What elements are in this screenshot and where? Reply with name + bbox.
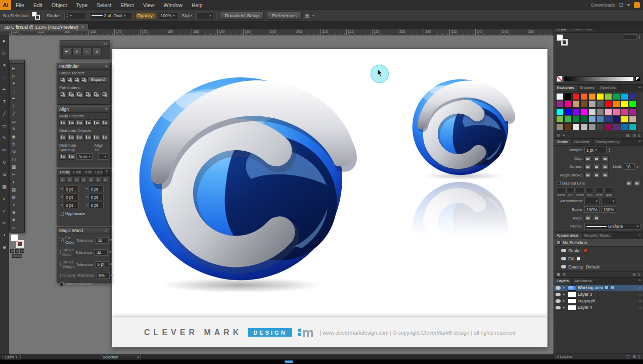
- app-badge-icon[interactable]: [634, 2, 640, 8]
- align-vertical-center-button[interactable]: [93, 119, 100, 126]
- menu-help[interactable]: Help: [187, 0, 207, 10]
- selection-tool-icon[interactable]: ►: [10, 64, 17, 72]
- color-swatch[interactable]: [621, 93, 628, 100]
- pen-tool-icon[interactable]: ✒: [10, 95, 17, 102]
- pathfinder-merge-button[interactable]: [76, 91, 83, 98]
- layer-name[interactable]: Layer 4: [578, 305, 592, 310]
- menu-object[interactable]: Object: [47, 0, 71, 10]
- logo-artwork-small[interactable]: [408, 72, 517, 180]
- layer-target-icon[interactable]: ○: [639, 292, 641, 297]
- graph-tool-icon[interactable]: ▤: [10, 186, 17, 193]
- scissors-tool-icon[interactable]: ✂: [1, 219, 9, 227]
- gradient-mode-button[interactable]: [15, 249, 19, 253]
- scale-end-field[interactable]: 100%: [601, 206, 616, 213]
- tab-brushes[interactable]: Brushes: [577, 85, 598, 91]
- tab-transparency[interactable]: Transparency: [592, 139, 623, 145]
- lasso-tool-icon[interactable]: ◌: [1, 73, 9, 81]
- expand-layer-icon[interactable]: ▸: [562, 299, 566, 303]
- panel-menu-icon[interactable]: ≡: [636, 85, 643, 91]
- distribute-vertical-center-button[interactable]: [68, 134, 75, 141]
- color-swatch[interactable]: [613, 116, 620, 123]
- gradient-tool-icon[interactable]: ◐: [10, 178, 17, 186]
- zoom-tool-icon[interactable]: ⊕: [10, 208, 17, 216]
- color-swatch[interactable]: [629, 108, 636, 115]
- expand-layer-icon[interactable]: ▸: [562, 286, 566, 290]
- swatch-kind-icon[interactable]: ≡: [563, 133, 565, 138]
- align-vertical-top-button[interactable]: [84, 119, 92, 126]
- color-swatch[interactable]: [629, 93, 636, 100]
- convert-anchor-tool-icon[interactable]: ∧: [93, 48, 102, 55]
- stepper-icon[interactable]: ▲▼: [638, 34, 640, 39]
- blob-brush-tool-icon[interactable]: ◉: [10, 132, 17, 140]
- panel-menu-icon[interactable]: ≡: [636, 139, 643, 145]
- color-swatch[interactable]: [588, 116, 596, 123]
- swatch-options-icon[interactable]: ▤: [626, 133, 630, 138]
- opacity-checkbox[interactable]: [60, 274, 61, 278]
- fill-stroke-proxy[interactable]: [32, 12, 40, 20]
- weight-field[interactable]: 1 pt▾: [584, 147, 607, 153]
- none-mode-button[interactable]: [20, 249, 24, 253]
- align-horizontal-right-button[interactable]: [76, 119, 83, 126]
- perspective-grid-tool-icon[interactable]: ❖: [10, 216, 17, 223]
- align-vertical-bottom-button[interactable]: [101, 119, 109, 126]
- tab-openty[interactable]: OpenTy: [93, 169, 104, 175]
- butt-cap-button[interactable]: [584, 155, 591, 161]
- paragraph-align-left-button[interactable]: ≡: [59, 176, 65, 183]
- align-panel-header[interactable]: Align -≡: [57, 106, 110, 113]
- layer-target-icon[interactable]: ○: [639, 286, 641, 290]
- mesh-tool-icon[interactable]: ▦: [10, 163, 17, 170]
- preferences-button[interactable]: Preferences: [267, 12, 302, 20]
- tab-symbols[interactable]: Symbols: [598, 85, 619, 91]
- color-swatch[interactable]: [564, 93, 572, 100]
- paragraph-align-center-button[interactable]: ≡: [66, 176, 72, 183]
- color-swatch[interactable]: [572, 108, 580, 115]
- color-swatch[interactable]: [613, 108, 620, 115]
- distribute-horizontal-right-button[interactable]: [101, 134, 109, 141]
- color-swatch[interactable]: [588, 101, 596, 108]
- tolerance-field[interactable]: 5%: [97, 272, 110, 279]
- layer-name[interactable]: Working area: [578, 285, 603, 290]
- color-swatch[interactable]: [572, 116, 580, 123]
- color-swatch[interactable]: [556, 108, 564, 115]
- attribute-swatch[interactable]: [577, 257, 581, 261]
- color-swatch[interactable]: [621, 123, 628, 130]
- color-swatch[interactable]: [588, 123, 596, 130]
- direct-selection-tool-icon[interactable]: ▷: [10, 72, 17, 79]
- blending-mode-checkbox[interactable]: [60, 282, 64, 286]
- menu-type[interactable]: Type: [71, 0, 92, 10]
- pathfinder-outline-button[interactable]: [93, 91, 100, 98]
- color-swatch[interactable]: [564, 101, 572, 108]
- paragraph-justify-last-center-button[interactable]: ≡: [88, 176, 94, 183]
- chevron-down-icon[interactable]: ▾: [627, 2, 630, 8]
- indent-value-field[interactable]: 0 pt: [64, 202, 79, 208]
- color-swatch[interactable]: [556, 93, 564, 100]
- magic-wand-panel-header[interactable]: Magic Wand -≡: [57, 228, 110, 234]
- bevel-join-button[interactable]: [602, 164, 609, 170]
- magic-wand-tool-icon[interactable]: ✶: [1, 61, 9, 69]
- color-swatch[interactable]: [596, 101, 604, 108]
- projecting-cap-button[interactable]: [602, 155, 609, 161]
- color-swatch[interactable]: [605, 101, 612, 108]
- line-segment-tool-icon[interactable]: ╱: [10, 110, 17, 117]
- distribute-vertical-top-button[interactable]: [59, 134, 67, 141]
- align-dash-button[interactable]: [633, 180, 640, 186]
- color-swatch[interactable]: [572, 101, 580, 108]
- indent-value-field[interactable]: 0 pt: [88, 186, 104, 192]
- tab-paragraph[interactable]: Paragraph: [57, 169, 70, 175]
- layer-target-icon[interactable]: ○: [639, 305, 641, 310]
- visibility-eye-icon[interactable]: [556, 306, 561, 309]
- pathfinder-crop-button[interactable]: [84, 91, 92, 98]
- align-options-icon[interactable]: ▦: [305, 13, 309, 19]
- indent-value-field[interactable]: 0 pt: [88, 202, 104, 208]
- type-tool-icon[interactable]: T: [1, 98, 9, 106]
- document-tab[interactable]: 3D C first.ai @ 133% (RGB/Preview) ×: [0, 24, 88, 31]
- eyedropper-tool-icon[interactable]: ✓: [1, 207, 9, 215]
- chevron-down-icon[interactable]: ▾: [110, 262, 112, 266]
- tab-transfo[interactable]: Transfo: [81, 169, 93, 175]
- gradient-tool-icon[interactable]: ◐: [1, 195, 9, 203]
- dash-value-field[interactable]: [557, 188, 565, 193]
- new-swatch-icon[interactable]: ⊞: [632, 133, 636, 138]
- color-swatch[interactable]: [605, 108, 612, 115]
- color-swatch[interactable]: [605, 123, 612, 130]
- appearance-row[interactable]: Fill:: [554, 255, 643, 263]
